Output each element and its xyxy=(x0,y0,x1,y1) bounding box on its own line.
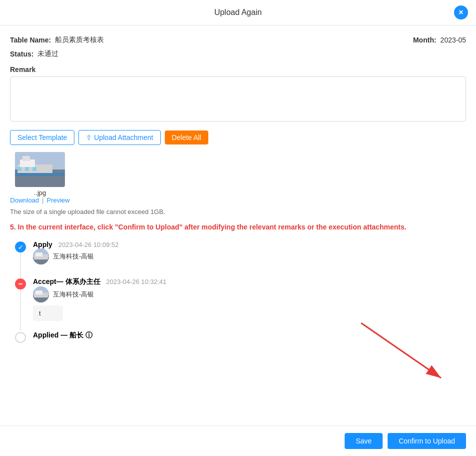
timeline-item-accept: − Accept— 体系办主任 2023-04-26 10:32:41 xyxy=(15,278,466,321)
accept-user-name: 互海科技-高银 xyxy=(53,290,94,299)
apply-time: 2023-04-26 10:09:52 xyxy=(58,241,119,248)
timeline-line-1 xyxy=(20,252,21,278)
timeline: ✓ Apply 2023-04-26 10:09:52 xyxy=(10,240,466,343)
file-size-note: The size of a single uploaded file canno… xyxy=(10,208,466,216)
apply-user-row: 互海科技-高银 xyxy=(33,248,466,264)
modal-footer: Save Confirm to Upload xyxy=(0,426,476,456)
accept-user-row: 互海科技-高银 xyxy=(33,286,466,302)
svg-rect-6 xyxy=(17,167,21,171)
svg-rect-16 xyxy=(35,290,42,294)
status-value: 未通过 xyxy=(37,50,58,58)
apply-user-avatar xyxy=(33,248,49,264)
status-label: Status: xyxy=(10,50,33,58)
month-label: Month: xyxy=(413,36,437,44)
accept-comment: t xyxy=(33,306,63,321)
upload-again-modal: Upload Again × Table Name: 船员素质考核表 Month… xyxy=(0,0,476,456)
table-name-row: Table Name: 船员素质考核表 Month: 2023-05 xyxy=(10,36,466,44)
svg-rect-4 xyxy=(22,156,30,161)
applied-title: Applied — 船长 ⓘ xyxy=(33,331,92,339)
close-button[interactable]: × xyxy=(454,6,468,20)
accept-title: Accept— 体系办主任 xyxy=(33,278,100,286)
upload-icon: ⇧ xyxy=(86,134,92,142)
svg-rect-5 xyxy=(15,173,65,176)
modal-title: Upload Again xyxy=(214,8,262,17)
remark-label: Remark xyxy=(10,66,466,74)
timeline-content-applied: Applied — 船长 ⓘ xyxy=(33,331,466,343)
link-separator: | xyxy=(42,196,43,204)
accept-time: 2023-04-26 10:32:41 xyxy=(106,278,166,286)
attachment-thumbnail xyxy=(15,152,65,187)
accept-user-avatar xyxy=(33,286,49,302)
action-buttons: Select Template ⇧ Upload Attachment Dele… xyxy=(10,130,466,145)
timeline-item-apply: ✓ Apply 2023-04-26 10:09:52 xyxy=(15,240,466,268)
confirm-upload-button[interactable]: Confirm to Upload xyxy=(388,433,466,449)
timeline-title-apply: Apply 2023-04-26 10:09:52 xyxy=(33,240,466,248)
save-button[interactable]: Save xyxy=(345,433,383,449)
attachment-item: ..jpg Download | Preview xyxy=(10,152,70,204)
timeline-content-accept: Accept— 体系办主任 2023-04-26 10:32:41 xyxy=(33,278,466,321)
timeline-line-2 xyxy=(20,290,21,331)
timeline-icon-applied xyxy=(15,332,26,343)
svg-rect-8 xyxy=(32,167,36,171)
timeline-icon-apply: ✓ xyxy=(15,242,26,252)
timeline-title-applied: Applied — 船长 ⓘ xyxy=(33,331,466,340)
month-section: Month: 2023-05 xyxy=(413,36,466,44)
svg-rect-12 xyxy=(35,252,42,256)
svg-rect-7 xyxy=(25,167,29,171)
status-row: Status: 未通过 xyxy=(10,50,466,58)
select-template-button[interactable]: Select Template xyxy=(10,130,74,145)
upload-attachment-button[interactable]: ⇧ Upload Attachment xyxy=(78,130,160,145)
table-name-value: 船员素质考核表 xyxy=(55,36,104,44)
timeline-title-accept: Accept— 体系办主任 2023-04-26 10:32:41 xyxy=(33,278,466,286)
guide-text: 5. In the current interface, click "Conf… xyxy=(10,222,466,232)
month-value: 2023-05 xyxy=(441,36,466,44)
timeline-icon-accept: − xyxy=(15,278,26,290)
attachment-links: Download | Preview xyxy=(10,196,69,204)
preview-link[interactable]: Preview xyxy=(46,196,69,204)
remark-section: Remark xyxy=(10,66,466,123)
remark-textarea[interactable] xyxy=(10,76,466,122)
upload-label: Upload Attachment xyxy=(94,134,153,142)
apply-title: Apply xyxy=(33,240,52,248)
modal-header: Upload Again × xyxy=(0,0,476,26)
attachment-name: ..jpg xyxy=(34,189,46,196)
table-name-label: Table Name: xyxy=(10,36,51,44)
timeline-item-applied: Applied — 船长 ⓘ xyxy=(15,331,466,343)
download-link[interactable]: Download xyxy=(10,196,39,204)
delete-all-button[interactable]: Delete All xyxy=(165,130,208,144)
modal-body: Table Name: 船员素质考核表 Month: 2023-05 Statu… xyxy=(0,26,476,426)
apply-user-name: 互海科技-高银 xyxy=(53,252,94,261)
timeline-content-apply: Apply 2023-04-26 10:09:52 互海科技 xyxy=(33,240,466,268)
